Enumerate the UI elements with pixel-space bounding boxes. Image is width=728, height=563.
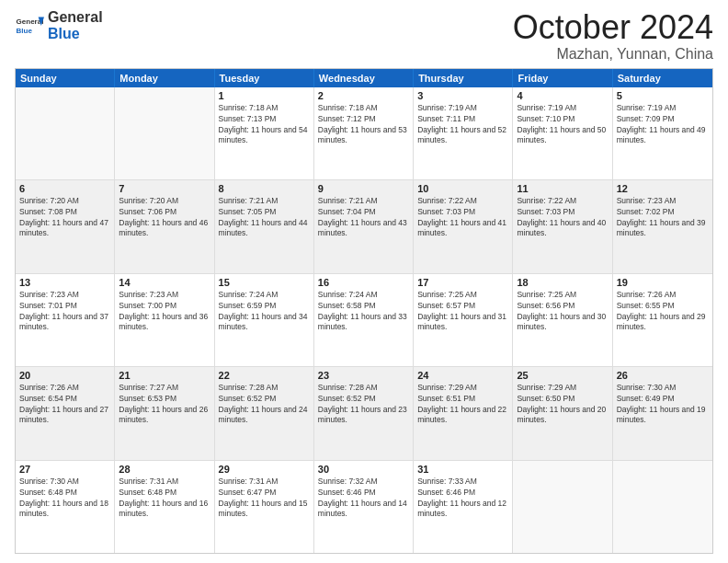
calendar-row: 1Sunrise: 7:18 AMSunset: 7:13 PMDaylight…	[16, 87, 712, 179]
day-number: 20	[19, 370, 110, 381]
calendar-row: 6Sunrise: 7:20 AMSunset: 7:08 PMDaylight…	[16, 179, 712, 272]
sunset-text: Sunset: 7:05 PM	[219, 207, 310, 217]
sunrise-text: Sunrise: 7:21 AM	[318, 196, 409, 206]
calendar-cell: 23Sunrise: 7:28 AMSunset: 6:52 PMDayligh…	[314, 367, 414, 459]
day-number: 6	[19, 183, 110, 194]
daylight-text: Daylight: 11 hours and 43 minutes.	[318, 218, 409, 238]
sunrise-text: Sunrise: 7:23 AM	[19, 290, 110, 300]
sunrise-text: Sunrise: 7:22 AM	[417, 196, 508, 206]
calendar-cell: 7Sunrise: 7:20 AMSunset: 7:06 PMDaylight…	[115, 180, 214, 272]
sunset-text: Sunset: 6:48 PM	[19, 488, 110, 498]
day-number: 27	[19, 464, 110, 475]
month-title: October 2024	[513, 9, 713, 46]
header: General Blue General Blue October 2024 M…	[15, 9, 713, 63]
day-number: 21	[119, 370, 210, 381]
calendar-cell: 19Sunrise: 7:26 AMSunset: 6:55 PMDayligh…	[613, 274, 712, 366]
day-number: 3	[417, 90, 508, 101]
location: Mazhan, Yunnan, China	[513, 46, 713, 63]
daylight-text: Daylight: 11 hours and 22 minutes.	[417, 405, 508, 425]
calendar-header-cell: Saturday	[613, 69, 712, 87]
calendar-cell: 15Sunrise: 7:24 AMSunset: 6:59 PMDayligh…	[215, 274, 314, 366]
sunset-text: Sunset: 6:58 PM	[318, 301, 409, 311]
sunset-text: Sunset: 7:01 PM	[19, 301, 110, 311]
sunset-text: Sunset: 6:51 PM	[417, 394, 508, 404]
day-number: 17	[417, 277, 508, 288]
calendar-cell: 1Sunrise: 7:18 AMSunset: 7:13 PMDaylight…	[215, 87, 314, 179]
sunset-text: Sunset: 7:09 PM	[617, 114, 709, 124]
daylight-text: Daylight: 11 hours and 14 minutes.	[318, 499, 409, 519]
sunset-text: Sunset: 6:52 PM	[318, 394, 409, 404]
day-number: 25	[517, 370, 608, 381]
sunrise-text: Sunrise: 7:29 AM	[417, 383, 508, 393]
daylight-text: Daylight: 11 hours and 27 minutes.	[19, 405, 110, 425]
calendar-body: 1Sunrise: 7:18 AMSunset: 7:13 PMDaylight…	[16, 87, 712, 553]
sunset-text: Sunset: 7:02 PM	[617, 207, 709, 217]
daylight-text: Daylight: 11 hours and 19 minutes.	[617, 405, 709, 425]
daylight-text: Daylight: 11 hours and 30 minutes.	[517, 312, 608, 332]
calendar-cell: 20Sunrise: 7:26 AMSunset: 6:54 PMDayligh…	[16, 367, 115, 459]
day-number: 7	[119, 183, 210, 194]
sunrise-text: Sunrise: 7:26 AM	[617, 290, 709, 300]
calendar-cell: 30Sunrise: 7:32 AMSunset: 6:46 PMDayligh…	[314, 461, 414, 553]
sunrise-text: Sunrise: 7:22 AM	[517, 196, 608, 206]
calendar-cell	[16, 87, 115, 179]
calendar-cell: 4Sunrise: 7:19 AMSunset: 7:10 PMDaylight…	[513, 87, 612, 179]
sunrise-text: Sunrise: 7:24 AM	[219, 290, 310, 300]
daylight-text: Daylight: 11 hours and 29 minutes.	[617, 312, 709, 332]
sunset-text: Sunset: 7:12 PM	[318, 114, 409, 124]
calendar-cell	[115, 87, 214, 179]
day-number: 18	[517, 277, 608, 288]
calendar-cell: 2Sunrise: 7:18 AMSunset: 7:12 PMDaylight…	[314, 87, 414, 179]
sunrise-text: Sunrise: 7:33 AM	[417, 477, 508, 487]
sunrise-text: Sunrise: 7:28 AM	[318, 383, 409, 393]
daylight-text: Daylight: 11 hours and 16 minutes.	[119, 499, 210, 519]
daylight-text: Daylight: 11 hours and 23 minutes.	[318, 405, 409, 425]
sunset-text: Sunset: 6:52 PM	[219, 394, 310, 404]
daylight-text: Daylight: 11 hours and 46 minutes.	[119, 218, 210, 238]
day-number: 30	[318, 464, 409, 475]
logo-general: General	[48, 9, 103, 26]
sunrise-text: Sunrise: 7:30 AM	[19, 477, 110, 487]
logo-icon: General Blue	[15, 11, 44, 40]
daylight-text: Daylight: 11 hours and 54 minutes.	[219, 125, 310, 145]
sunrise-text: Sunrise: 7:20 AM	[19, 196, 110, 206]
sunrise-text: Sunrise: 7:29 AM	[517, 383, 608, 393]
calendar-cell: 16Sunrise: 7:24 AMSunset: 6:58 PMDayligh…	[314, 274, 414, 366]
sunrise-text: Sunrise: 7:19 AM	[417, 103, 508, 113]
sunrise-text: Sunrise: 7:30 AM	[617, 383, 709, 393]
day-number: 8	[219, 183, 310, 194]
sunset-text: Sunset: 6:49 PM	[617, 394, 709, 404]
daylight-text: Daylight: 11 hours and 20 minutes.	[517, 405, 608, 425]
day-number: 22	[219, 370, 310, 381]
daylight-text: Daylight: 11 hours and 47 minutes.	[19, 218, 110, 238]
day-number: 2	[318, 90, 409, 101]
sunset-text: Sunset: 7:11 PM	[417, 114, 508, 124]
title-block: October 2024 Mazhan, Yunnan, China	[513, 9, 713, 63]
calendar-header-cell: Wednesday	[314, 69, 414, 87]
sunset-text: Sunset: 6:50 PM	[517, 394, 608, 404]
sunrise-text: Sunrise: 7:23 AM	[617, 196, 709, 206]
daylight-text: Daylight: 11 hours and 50 minutes.	[517, 125, 608, 145]
sunrise-text: Sunrise: 7:31 AM	[219, 477, 310, 487]
sunset-text: Sunset: 6:46 PM	[417, 488, 508, 498]
sunset-text: Sunset: 6:54 PM	[19, 394, 110, 404]
sunrise-text: Sunrise: 7:18 AM	[318, 103, 409, 113]
calendar-cell: 22Sunrise: 7:28 AMSunset: 6:52 PMDayligh…	[215, 367, 314, 459]
daylight-text: Daylight: 11 hours and 52 minutes.	[417, 125, 508, 145]
day-number: 23	[318, 370, 409, 381]
calendar-cell: 24Sunrise: 7:29 AMSunset: 6:51 PMDayligh…	[414, 367, 513, 459]
calendar-cell: 5Sunrise: 7:19 AMSunset: 7:09 PMDaylight…	[613, 87, 712, 179]
sunrise-text: Sunrise: 7:19 AM	[617, 103, 709, 113]
sunset-text: Sunset: 6:55 PM	[617, 301, 709, 311]
sunrise-text: Sunrise: 7:24 AM	[318, 290, 409, 300]
calendar-cell: 9Sunrise: 7:21 AMSunset: 7:04 PMDaylight…	[314, 180, 414, 272]
calendar-header-cell: Thursday	[414, 69, 513, 87]
day-number: 4	[517, 90, 608, 101]
sunset-text: Sunset: 6:46 PM	[318, 488, 409, 498]
sunset-text: Sunset: 6:59 PM	[219, 301, 310, 311]
calendar-cell: 13Sunrise: 7:23 AMSunset: 7:01 PMDayligh…	[16, 274, 115, 366]
daylight-text: Daylight: 11 hours and 26 minutes.	[119, 405, 210, 425]
sunrise-text: Sunrise: 7:26 AM	[19, 383, 110, 393]
daylight-text: Daylight: 11 hours and 31 minutes.	[417, 312, 508, 332]
sunset-text: Sunset: 6:47 PM	[219, 488, 310, 498]
